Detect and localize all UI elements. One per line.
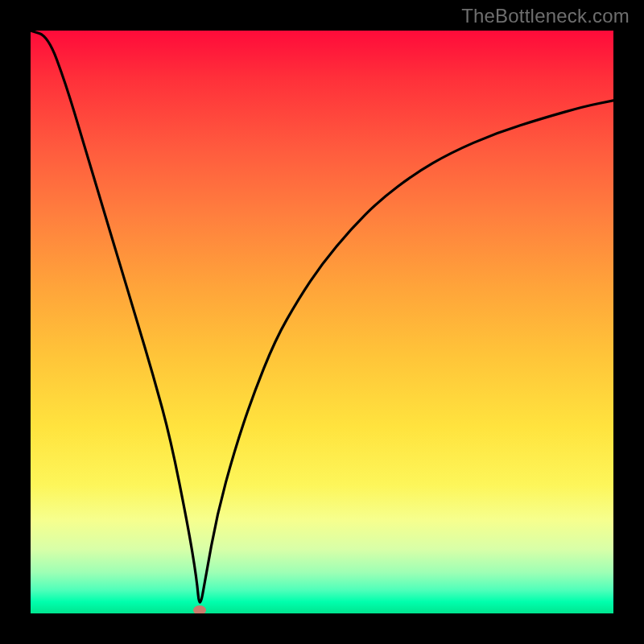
chart-frame: TheBottleneck.com [0,0,644,644]
plot-area [31,31,613,613]
curve-svg [31,31,613,613]
watermark-text: TheBottleneck.com [461,5,630,27]
bottleneck-curve [31,31,613,602]
min-point-marker [193,605,206,613]
